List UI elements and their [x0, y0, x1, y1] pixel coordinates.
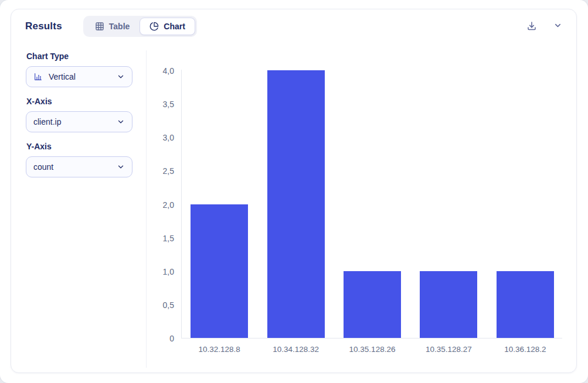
- x-axis-select[interactable]: client.ip: [26, 111, 132, 132]
- x-tick-label: 10.36.128.2: [504, 345, 546, 354]
- chart-bar[interactable]: [267, 70, 325, 338]
- y-axis-value: count: [33, 162, 53, 172]
- x-axis-line: [181, 338, 562, 338]
- app-window: Results Table: [0, 0, 588, 383]
- y-axis-line: [181, 70, 182, 338]
- y-tick-label: 1,0: [163, 267, 174, 276]
- chart-bar[interactable]: [420, 271, 477, 338]
- x-axis-value: client.ip: [33, 117, 61, 126]
- bar-chart-icon: [33, 72, 43, 81]
- chart-bar[interactable]: [191, 204, 248, 338]
- chevron-down-icon: [117, 118, 125, 126]
- chevron-down-icon: [553, 21, 562, 32]
- y-tick-label: 2,0: [163, 200, 174, 210]
- x-tick-label: 10.35.128.26: [349, 345, 396, 354]
- pie-chart-icon: [149, 22, 159, 31]
- y-axis-ticks: 00,51,01,52,02,53,03,54,0: [152, 71, 174, 338]
- sidebar-divider: [146, 50, 147, 368]
- y-axis-label: Y-Axis: [26, 142, 143, 151]
- collapse-button[interactable]: [552, 20, 563, 33]
- header-actions: [525, 19, 563, 34]
- page-title: Results: [25, 20, 62, 32]
- tab-chart[interactable]: Chart: [140, 18, 195, 35]
- x-tick-label: 10.35.128.27: [426, 345, 472, 354]
- y-axis-select[interactable]: count: [26, 156, 132, 177]
- x-axis-label: X-Axis: [26, 97, 143, 106]
- chart-type-select[interactable]: Vertical: [26, 66, 132, 87]
- tab-table[interactable]: Table: [85, 18, 140, 35]
- x-axis-labels: 10.32.128.810.34.128.3210.35.128.2610.35…: [181, 345, 563, 357]
- y-tick-label: 4,0: [163, 66, 174, 76]
- x-tick-label: 10.34.128.32: [273, 345, 319, 354]
- y-tick-label: 0,5: [163, 300, 174, 310]
- x-tick-label: 10.32.128.8: [199, 345, 240, 354]
- results-card: Results Table: [11, 9, 577, 373]
- plot-area: [181, 71, 563, 338]
- chart-settings-sidebar: Chart Type Vertical X-Axis client.i: [26, 52, 143, 177]
- download-icon: [526, 20, 537, 33]
- y-tick-label: 2,5: [163, 166, 174, 176]
- chart-bar[interactable]: [497, 271, 554, 338]
- y-tick-label: 3,5: [163, 100, 174, 109]
- table-icon: [95, 22, 104, 31]
- chart-type-label: Chart Type: [26, 52, 143, 61]
- tab-table-label: Table: [109, 22, 130, 31]
- download-button[interactable]: [525, 19, 538, 34]
- view-tab-group: Table Chart: [83, 16, 197, 37]
- chart-bar[interactable]: [344, 271, 401, 338]
- y-tick-label: 1,5: [163, 234, 174, 243]
- card-header: Results Table: [25, 12, 563, 40]
- tab-chart-label: Chart: [164, 22, 185, 31]
- chevron-down-icon: [117, 73, 125, 81]
- y-tick-label: 0: [169, 334, 174, 343]
- chart-type-value: Vertical: [49, 72, 76, 81]
- chevron-down-icon: [117, 163, 125, 171]
- y-tick-label: 3,0: [163, 133, 174, 142]
